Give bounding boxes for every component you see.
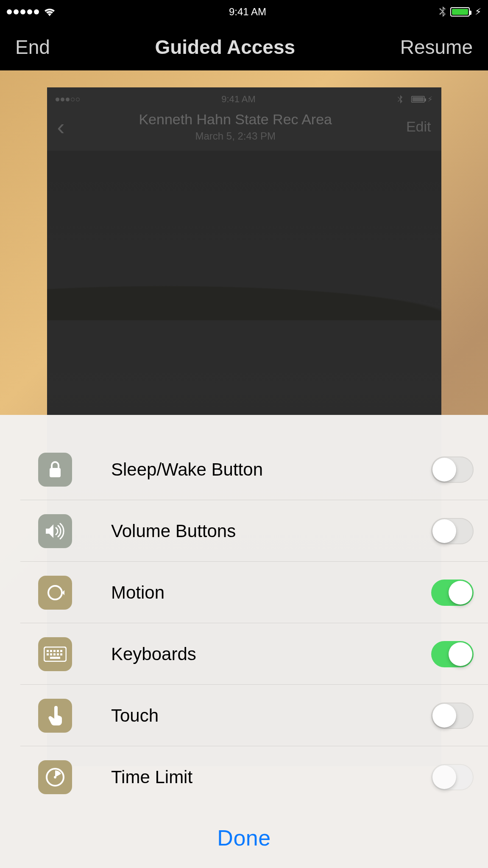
svg-point-15 bbox=[54, 776, 56, 778]
svg-rect-13 bbox=[50, 657, 60, 659]
svg-rect-8 bbox=[47, 653, 49, 655]
done-button[interactable]: Done bbox=[217, 825, 270, 851]
bluetooth-icon bbox=[439, 6, 446, 17]
end-button[interactable]: End bbox=[15, 36, 50, 59]
switch-keyboards[interactable] bbox=[431, 641, 474, 667]
option-label-motion: Motion bbox=[38, 582, 431, 603]
guided-access-nav: End Guided Access Resume bbox=[0, 24, 488, 70]
svg-rect-7 bbox=[60, 650, 62, 652]
done-bar: Done bbox=[0, 808, 488, 868]
switch-sleep-wake[interactable] bbox=[431, 456, 474, 483]
touch-icon bbox=[38, 699, 72, 733]
option-row-touch: Touch bbox=[0, 685, 488, 746]
status-bar: 9:41 AM ⚡︎ bbox=[0, 0, 488, 24]
keyboard-icon bbox=[38, 637, 72, 671]
switch-touch[interactable] bbox=[431, 703, 474, 729]
svg-rect-3 bbox=[47, 650, 49, 652]
status-time: 9:41 AM bbox=[229, 6, 266, 18]
status-right: ⚡︎ bbox=[439, 6, 481, 17]
volume-icon bbox=[38, 514, 72, 548]
option-row-time-limit: Time Limit bbox=[0, 746, 488, 808]
svg-rect-11 bbox=[57, 653, 59, 655]
charging-icon: ⚡︎ bbox=[475, 6, 481, 17]
timer-icon bbox=[38, 760, 72, 794]
switch-time-limit bbox=[431, 764, 474, 790]
wifi-icon bbox=[43, 7, 56, 17]
svg-rect-12 bbox=[60, 653, 62, 655]
lock-icon bbox=[38, 453, 72, 487]
option-label-volume-buttons: Volume Buttons bbox=[38, 521, 431, 541]
nav-title: Guided Access bbox=[155, 36, 295, 59]
battery-icon bbox=[450, 7, 470, 17]
svg-rect-0 bbox=[50, 468, 61, 477]
svg-rect-9 bbox=[50, 653, 52, 655]
option-row-volume-buttons: Volume Buttons bbox=[0, 500, 488, 562]
switch-volume-buttons[interactable] bbox=[431, 518, 474, 544]
svg-rect-10 bbox=[53, 653, 56, 655]
option-row-sleep-wake: Sleep/Wake Button bbox=[0, 439, 488, 500]
options-sheet: Sleep/Wake ButtonVolume ButtonsMotionKey… bbox=[0, 415, 488, 868]
svg-rect-6 bbox=[57, 650, 59, 652]
svg-rect-4 bbox=[50, 650, 52, 652]
option-label-time-limit: Time Limit bbox=[38, 767, 431, 787]
option-label-sleep-wake: Sleep/Wake Button bbox=[38, 459, 431, 480]
rotate-icon bbox=[38, 576, 72, 610]
option-label-keyboards: Keyboards bbox=[38, 644, 431, 664]
switch-motion[interactable] bbox=[431, 580, 474, 606]
signal-strength-icon bbox=[7, 9, 39, 14]
option-row-keyboards: Keyboards bbox=[0, 623, 488, 685]
svg-rect-5 bbox=[53, 650, 56, 652]
resume-button[interactable]: Resume bbox=[400, 36, 473, 59]
status-left bbox=[7, 7, 56, 17]
svg-point-1 bbox=[48, 586, 62, 599]
option-label-touch: Touch bbox=[38, 706, 431, 726]
option-row-motion: Motion bbox=[0, 562, 488, 623]
